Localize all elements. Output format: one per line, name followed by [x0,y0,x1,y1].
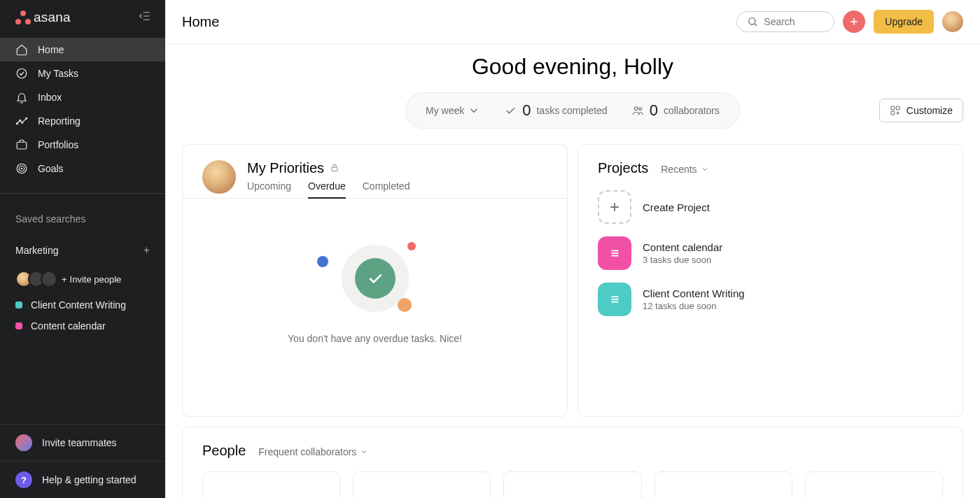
svg-rect-23 [332,167,337,171]
sidebar-item-label: Portfolios [38,139,78,150]
sidebar-header: asana [0,0,165,35]
create-project-button[interactable]: + Create Project [598,190,766,224]
sidebar-item-my-tasks[interactable]: My Tasks [0,62,165,85]
help-label: Help & getting started [42,474,136,485]
chart-icon [15,115,28,127]
priorities-tabs: Upcoming Overdue Completed [247,180,410,199]
invite-teammates-button[interactable]: Invite teammates [0,424,165,461]
svg-rect-18 [891,106,895,110]
workspace-name[interactable]: Marketing [15,245,58,256]
sidebar-item-inbox[interactable]: Inbox [0,85,165,109]
bell-icon [15,91,28,104]
home-icon [15,43,28,56]
create-project-label: Create Project [643,201,710,213]
projects-grid: + Create Project Content calendar 3 task… [598,190,943,316]
sidebar-project-item[interactable]: Client Content Writing [0,294,165,315]
collaborators-label: collaborators [664,105,720,116]
person-slot[interactable] [503,471,641,498]
stats-row: My week 0 tasks completed 0 collaborator… [182,92,963,129]
projects-recents-dropdown[interactable]: Recents [661,164,708,175]
avatar-stack [15,271,57,287]
svg-rect-19 [896,106,899,110]
member-avatar-empty[interactable] [41,271,57,287]
priorities-title: My Priorities [247,160,324,176]
people-filter-dropdown[interactable]: Frequent collaborators [258,446,368,457]
user-avatar-large[interactable] [202,160,236,194]
sidebar-item-goals[interactable]: Goals [0,157,165,180]
sidebar-project-item[interactable]: Content calendar [0,315,165,336]
stats-pill: My week 0 tasks completed 0 collaborator… [405,92,740,129]
project-color-dot [15,301,22,308]
create-button[interactable] [843,10,865,33]
customize-button[interactable]: Customize [879,99,963,122]
collaborators-count: 0 [650,101,658,120]
sidebar-collapse-icon[interactable] [137,10,153,25]
project-name: Client Content Writing [31,299,126,311]
check-circle-icon [15,67,28,80]
search-box[interactable] [736,11,834,32]
user-avatar[interactable] [942,11,963,32]
priorities-card: My Priorities Upcoming Overdue Completed [182,144,568,417]
person-slot[interactable] [805,471,943,498]
my-week-dropdown[interactable]: My week [426,104,480,117]
svg-point-3 [17,69,27,78]
sidebar-item-label: Goals [38,163,64,174]
projects-card: Projects Recents + Create Project [578,144,963,417]
empty-text: You don't have any overdue tasks. Nice! [288,333,462,344]
tab-overdue[interactable]: Overdue [308,180,346,199]
grid-plus-icon [890,105,901,116]
sidebar-item-label: Inbox [38,92,62,103]
page-title: Home [182,14,219,30]
sidebar-item-reporting[interactable]: Reporting [0,109,165,133]
briefcase-icon [15,138,28,151]
teammates-icon [15,434,32,451]
search-input[interactable] [764,16,820,27]
svg-rect-20 [891,111,895,115]
saved-searches-label: Saved searches [0,198,165,232]
priorities-title-row: My Priorities [247,160,410,176]
help-button[interactable]: ? Help & getting started [0,461,165,498]
my-week-label: My week [426,105,464,116]
priorities-header: My Priorities Upcoming Overdue Completed [202,160,547,199]
project-color-dot [15,322,22,329]
sidebar-footer: Invite teammates ? Help & getting starte… [0,424,165,498]
sidebar-item-label: My Tasks [38,68,78,79]
person-slot[interactable] [654,471,792,498]
topbar: Home Upgrade [165,0,980,44]
chevron-down-icon [468,104,480,117]
divider [0,193,165,194]
project-item[interactable]: Client Content Writing 12 tasks due soon [598,283,766,316]
greeting: Good evening, Holly [182,54,963,80]
svg-point-16 [634,107,638,111]
sidebar-item-portfolios[interactable]: Portfolios [0,133,165,157]
tab-completed[interactable]: Completed [363,180,410,199]
svg-point-17 [639,108,642,111]
sidebar: asana Home My Tasks Inbox Reporting Port… [0,0,165,498]
add-project-icon[interactable]: + [144,244,150,257]
cards-row: My Priorities Upcoming Overdue Completed [182,144,963,417]
person-slot[interactable] [202,471,340,498]
project-subtitle: 12 tasks due soon [643,301,745,311]
sidebar-item-label: Home [38,44,64,55]
project-icon [598,283,631,316]
project-subtitle: 3 tasks due soon [643,255,722,265]
project-item[interactable]: Content calendar 3 tasks due soon [598,236,766,270]
search-icon [747,16,758,27]
logo[interactable]: asana [15,10,71,25]
chevron-down-icon [701,165,709,173]
person-slot[interactable] [353,471,491,498]
projects-title: Projects [598,160,648,176]
invite-people-link[interactable]: +Invite people [62,274,121,285]
svg-point-12 [749,18,755,24]
project-icon [598,236,631,270]
upgrade-button[interactable]: Upgrade [874,10,934,34]
check-icon [504,104,517,117]
lock-icon [330,160,340,176]
tasks-completed-count: 0 [522,101,531,120]
collaborators-stat: 0 collaborators [631,101,720,120]
logo-icon [15,10,31,24]
sidebar-item-home[interactable]: Home [0,38,165,62]
tab-upcoming[interactable]: Upcoming [247,180,291,199]
svg-point-10 [19,166,24,171]
sidebar-nav: Home My Tasks Inbox Reporting Portfolios… [0,35,165,189]
